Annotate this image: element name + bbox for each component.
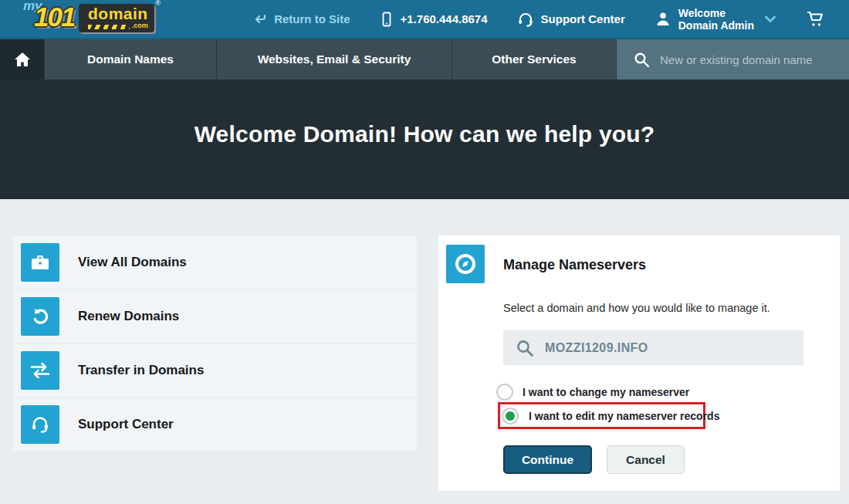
hero-title: Welcome Domain! How can we help you? (194, 121, 655, 147)
logo-stripes (88, 25, 130, 29)
nav-item-websites-email-security[interactable]: Websites, Email & Security (216, 39, 452, 79)
cart-button[interactable] (806, 10, 826, 29)
red-highlight-box: I want to edit my nameserver records (498, 402, 705, 429)
search-icon (634, 52, 650, 68)
home-tab[interactable] (0, 39, 44, 79)
compass-icon (446, 245, 485, 283)
panel-subtitle: Select a domain and how you would like t… (503, 302, 770, 314)
user-name: Domain Admin (678, 19, 754, 32)
radio-label[interactable]: I want to change my nameserver (523, 386, 689, 398)
quicklink-label: View All Domains (78, 255, 187, 270)
topbar: my 101 domain .com ® Return to Site (0, 0, 849, 39)
logo[interactable]: my 101 domain .com ® (11, 1, 165, 37)
chevron-down-icon (764, 15, 776, 24)
logo-101: 101 (34, 2, 74, 32)
quicklinks-list: View All Domains Renew Domains Transfer … (13, 236, 417, 452)
domain-select-field[interactable]: MOZZI1209.INFO (503, 330, 803, 365)
home-icon (13, 51, 32, 68)
return-icon (253, 12, 267, 26)
domain-search-input[interactable] (660, 53, 830, 66)
renew-icon (21, 297, 59, 336)
logo-domain: domain (88, 5, 148, 22)
radio-edit-nameserver-records[interactable] (502, 408, 519, 425)
phone-icon (380, 12, 394, 27)
navbar: Domain Names Websites, Email & Security … (0, 39, 849, 79)
radio-change-nameserver[interactable] (496, 384, 513, 401)
logo-com: .com (132, 22, 148, 29)
registered-mark: ® (155, 0, 161, 7)
support-center-link[interactable]: Support Center (517, 12, 625, 27)
return-to-site-link[interactable]: Return to Site (253, 12, 350, 26)
continue-button[interactable]: Continue (503, 445, 592, 474)
quicklink-label: Transfer in Domains (78, 363, 204, 378)
user-menu[interactable]: Welcome Domain Admin (655, 7, 776, 32)
logo-box: domain .com (79, 4, 154, 32)
return-label: Return to Site (274, 12, 350, 25)
headset-icon (517, 12, 534, 27)
user-icon (655, 11, 671, 28)
manage-nameservers-panel: Manage Nameservers Select a domain and h… (438, 235, 840, 491)
cart-icon (806, 10, 826, 29)
radio-label[interactable]: I want to edit my nameserver records (529, 410, 719, 422)
support-label: Support Center (541, 12, 625, 25)
nav-item-other-services[interactable]: Other Services (452, 39, 616, 79)
quicklink-transfer-in-domains[interactable]: Transfer in Domains (13, 344, 417, 397)
cancel-button[interactable]: Cancel (607, 445, 685, 474)
option-change-nameserver[interactable]: I want to change my nameserver (496, 384, 689, 401)
quicklink-renew-domains[interactable]: Renew Domains (13, 290, 417, 343)
nav-item-domain-names[interactable]: Domain Names (44, 39, 216, 79)
panel-title: Manage Nameservers (503, 257, 646, 273)
nav-search (616, 39, 849, 79)
briefcase-icon (21, 243, 59, 282)
phone-number: +1.760.444.8674 (401, 12, 488, 25)
magnifier-icon (516, 339, 534, 357)
quicklink-label: Support Center (78, 417, 174, 432)
phone-link[interactable]: +1.760.444.8674 (380, 12, 488, 27)
hero: Welcome Domain! How can we help you? (0, 79, 849, 199)
user-welcome: Welcome (678, 7, 726, 19)
transfer-icon (21, 351, 59, 390)
quicklink-view-all-domains[interactable]: View All Domains (13, 236, 417, 289)
headset-icon (21, 405, 59, 444)
quicklink-support-center[interactable]: Support Center (13, 398, 417, 451)
domain-value: MOZZI1209.INFO (545, 341, 648, 355)
quicklink-label: Renew Domains (78, 309, 179, 324)
